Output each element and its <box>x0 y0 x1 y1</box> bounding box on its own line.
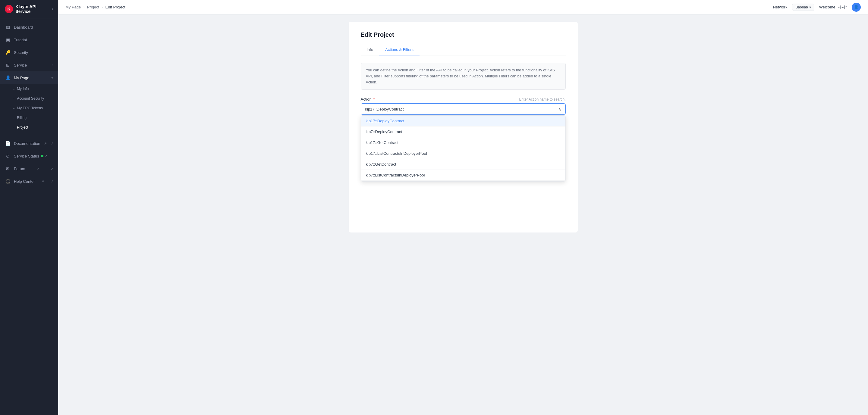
sidebar-sub-item-my-erc-tokens[interactable]: My ERC Tokens <box>0 103 58 113</box>
page-card: Edit Project Info Actions & Filters You … <box>349 22 578 233</box>
sidebar-item-label: Security <box>14 50 28 55</box>
sidebar-item-my-page[interactable]: 👤 My Page ∨ <box>0 71 58 84</box>
tab-info[interactable]: Info <box>361 44 379 56</box>
sidebar-item-security[interactable]: 🔑 Security › <box>0 46 58 59</box>
sidebar-item-documentation[interactable]: 📄 Documentation ↗ <box>0 137 58 150</box>
dropdown-item[interactable]: kip7::DeployContract <box>361 127 565 137</box>
action-dropdown-list: kip17::DeployContract kip7::DeployContra… <box>361 115 566 182</box>
sidebar-sub-item-project[interactable]: Project <box>0 123 58 132</box>
breadcrumb-current: Edit Project <box>105 5 125 9</box>
breadcrumb: My Page › Project › Edit Project <box>65 5 125 9</box>
external-link-icon: ↗ <box>41 179 44 183</box>
network-value: Baobab <box>795 5 808 9</box>
chevron-down-icon: ▾ <box>809 5 811 9</box>
action-field: Action * Enter Action name to search. ki… <box>361 97 566 115</box>
welcome-text: Welcome, 과지* <box>819 4 847 10</box>
page-title: Edit Project <box>361 31 566 38</box>
topbar-right: Network Baobab ▾ Welcome, 과지* 👤 <box>773 3 861 12</box>
sidebar-item-label: Service Status <box>14 154 39 159</box>
tutorial-icon: ▣ <box>5 37 11 43</box>
content-area: Edit Project Info Actions & Filters You … <box>58 14 868 415</box>
sidebar-item-label: Service <box>14 63 27 67</box>
dropdown-item[interactable]: kip17::GetContract <box>361 137 565 148</box>
sidebar-sub-item-label: My ERC Tokens <box>17 106 43 110</box>
sidebar-collapse-button[interactable]: ‹ <box>52 6 53 12</box>
field-label-row: Action * Enter Action name to search. <box>361 97 566 102</box>
sidebar-item-service-status[interactable]: ⊙ Service Status ↗ <box>0 150 58 162</box>
chevron-up-icon: ∧ <box>558 107 561 111</box>
sidebar-item-dashboard[interactable]: ▦ Dashboard <box>0 21 58 33</box>
help-center-icon: 🎧 <box>5 178 11 184</box>
main-area: My Page › Project › Edit Project Network… <box>58 0 868 415</box>
service-icon: ⊞ <box>5 62 11 68</box>
action-label: Action * <box>361 97 375 102</box>
required-indicator: * <box>373 97 375 102</box>
sidebar-item-forum[interactable]: ✉ Forum ↗ <box>0 162 58 175</box>
dropdown-item[interactable]: kip7::PauseContract <box>361 181 565 182</box>
chevron-right-icon: › <box>52 50 53 54</box>
sidebar-item-label: My Page <box>14 76 29 80</box>
app-logo-icon: K <box>5 5 13 13</box>
action-dropdown-wrapper: kip17::DeployContract ∧ kip17::DeployCon… <box>361 103 566 115</box>
dropdown-item[interactable]: kip17::DeployContract <box>361 116 565 127</box>
sidebar-logo: K Klaytn API Service ‹ <box>0 0 58 19</box>
sidebar-sub-item-billing[interactable]: Billing <box>0 113 58 123</box>
documentation-icon: 📄 <box>5 140 11 146</box>
external-link-icon: ↗ <box>36 167 39 171</box>
sidebar-item-label: Forum <box>14 167 25 171</box>
sidebar-nav: ▦ Dashboard ▣ Tutorial 🔑 Security › ⊞ Se… <box>0 19 58 415</box>
sidebar-sub-item-label: Project <box>17 125 28 130</box>
dropdown-item[interactable]: kip7::ListContractsInDeployerPool <box>361 170 565 181</box>
avatar-icon: 👤 <box>854 5 859 9</box>
dashboard-icon: ▦ <box>5 24 11 30</box>
avatar[interactable]: 👤 <box>852 3 861 12</box>
field-hint: Enter Action name to search. <box>519 97 565 102</box>
sidebar-item-label: Dashboard <box>14 25 33 30</box>
sidebar-item-label: Tutorial <box>14 38 27 42</box>
service-status-icon: ⊙ <box>5 153 11 159</box>
dropdown-item[interactable]: kip7::GetContract <box>361 159 565 170</box>
sidebar-sub-item-account-security[interactable]: Account Security <box>0 94 58 103</box>
info-text: You can define the Action and Filter of … <box>361 63 566 90</box>
chevron-right-icon: › <box>52 63 53 67</box>
sidebar-item-label: Help Center <box>14 179 35 184</box>
app-logo-text: Klaytn API Service <box>16 4 52 14</box>
breadcrumb-project[interactable]: Project <box>87 5 99 9</box>
dropdown-item[interactable]: kip17::ListContractsInDeployerPool <box>361 148 565 159</box>
topbar: My Page › Project › Edit Project Network… <box>58 0 868 14</box>
network-label: Network <box>773 5 787 9</box>
external-link-icon: ↗ <box>44 154 47 158</box>
sidebar-item-help-center[interactable]: 🎧 Help Center ↗ <box>0 175 58 187</box>
tab-actions-filters[interactable]: Actions & Filters <box>379 44 420 56</box>
breadcrumb-separator: › <box>101 5 103 9</box>
sidebar-sub-item-label: Account Security <box>17 96 44 101</box>
my-page-icon: 👤 <box>5 75 11 81</box>
security-icon: 🔑 <box>5 49 11 56</box>
tabs: Info Actions & Filters <box>361 44 566 56</box>
forum-icon: ✉ <box>5 166 11 172</box>
action-dropdown[interactable]: kip17::DeployContract ∧ <box>361 103 566 115</box>
sidebar: K Klaytn API Service ‹ ▦ Dashboard ▣ Tut… <box>0 0 58 415</box>
sidebar-sub-item-label: Billing <box>17 116 27 120</box>
sidebar-sub-item-label: My Info <box>17 87 29 91</box>
sidebar-sub-item-my-info[interactable]: My Info <box>0 84 58 94</box>
breadcrumb-my-page[interactable]: My Page <box>65 5 81 9</box>
sidebar-item-label: Documentation <box>14 141 40 146</box>
breadcrumb-separator: › <box>83 5 84 9</box>
sidebar-item-tutorial[interactable]: ▣ Tutorial <box>0 33 58 46</box>
dropdown-selected-value: kip17::DeployContract <box>365 107 404 111</box>
status-dot <box>41 155 43 157</box>
chevron-down-icon: ∨ <box>51 76 53 80</box>
sidebar-item-service[interactable]: ⊞ Service › <box>0 59 58 71</box>
external-link-icon: ↗ <box>44 142 47 145</box>
network-select[interactable]: Baobab ▾ <box>792 4 814 11</box>
